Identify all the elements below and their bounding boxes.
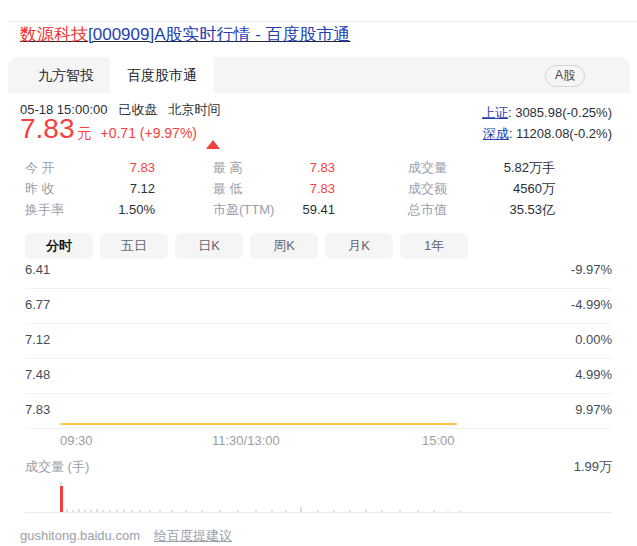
top-divider — [8, 21, 637, 22]
tab-jiufang-zhitou[interactable]: 九方智投 — [22, 57, 110, 93]
stats-column-3: 成交量5.82万手 成交额4560万 总市值35.53亿 — [408, 157, 555, 220]
stat-low: 最 低7.83 — [213, 178, 335, 199]
x-tick-close: 15:00 — [422, 433, 455, 448]
y-tick-price-3: 7.12 — [25, 332, 50, 347]
index-shenzhen-link[interactable]: 深成 — [483, 126, 509, 141]
current-price: 7.83 — [20, 114, 75, 144]
period-tab-intraday[interactable]: 分时 — [25, 233, 93, 259]
tab-baidu-gushitong[interactable]: 百度股市通 — [110, 57, 214, 93]
period-tab-1year[interactable]: 1年 — [400, 233, 468, 259]
price-unit: 元 — [78, 125, 92, 143]
index-quotes: 上证: 3085.98(-0.25%) 深成: 11208.08(-0.2%) — [482, 102, 612, 144]
index-shanghai: 上证: 3085.98(-0.25%) — [482, 102, 612, 123]
y-tick-price-1: 6.41 — [25, 262, 50, 277]
stats-column-1: 今 开7.83 昨 收7.12 换手率1.50% — [25, 157, 155, 220]
volume-axis-label: 成交量 (手) — [25, 458, 89, 476]
index-shenzhen-value: : 11208.08(-0.2%) — [509, 126, 612, 141]
stat-volume: 成交量5.82万手 — [408, 157, 555, 178]
stat-pe-ttm: 市盈(TTM)59.41 — [213, 199, 335, 220]
up-arrow-icon — [206, 123, 220, 139]
feedback-link[interactable]: 给百度提建议 — [154, 528, 232, 543]
price-change: +0.71 (+9.97%) — [101, 125, 198, 141]
intraday-price-line — [60, 423, 457, 425]
market-type-badge[interactable]: A股 — [545, 65, 585, 87]
y-tick-price-2: 6.77 — [25, 297, 50, 312]
period-tab-5day[interactable]: 五日 — [100, 233, 168, 259]
y-tick-pct-4: 4.99% — [575, 367, 612, 382]
price-row: 7.83 元 +0.71 (+9.97%) — [20, 114, 220, 144]
source-domain: gushitong.baidu.com — [20, 528, 140, 543]
gridline-4 — [25, 393, 612, 394]
title-highlighted-term: 数源科技 — [20, 25, 88, 44]
y-tick-price-5: 7.83 — [25, 402, 50, 417]
period-tab-daily-k[interactable]: 日K — [175, 233, 243, 259]
index-shanghai-link[interactable]: 上证 — [482, 105, 508, 120]
y-tick-pct-3: 0.00% — [575, 332, 612, 347]
stat-high: 最 高7.83 — [213, 157, 335, 178]
y-tick-pct-2: -4.99% — [571, 297, 612, 312]
gridline-2 — [25, 323, 612, 324]
gridline-1 — [25, 288, 612, 289]
y-tick-pct-5: 9.97% — [575, 402, 612, 417]
stat-market-cap: 总市值35.53亿 — [408, 199, 555, 220]
stat-prev-close: 昨 收7.12 — [25, 178, 155, 199]
search-result-title-link[interactable]: 数源科技[000909]A股实时行情 - 百度股市通 — [20, 24, 351, 46]
index-shanghai-value: : 3085.98(-0.25%) — [508, 105, 612, 120]
x-tick-open: 09:30 — [60, 433, 93, 448]
gridline-5 — [25, 428, 612, 429]
volume-bars — [25, 478, 612, 513]
y-tick-price-4: 7.48 — [25, 367, 50, 382]
source-tab-strip: 九方智投 百度股市通 A股 — [8, 57, 630, 93]
y-tick-pct-1: -9.97% — [571, 262, 612, 277]
index-shenzhen: 深成: 11208.08(-0.2%) — [482, 123, 612, 144]
chart-period-tabs: 分时 五日 日K 周K 月K 1年 — [25, 233, 468, 259]
gridline-3 — [25, 358, 612, 359]
stock-quote-page: 数源科技[000909]A股实时行情 - 百度股市通 九方智投 百度股市通 A股… — [0, 0, 637, 546]
stat-amount: 成交额4560万 — [408, 178, 555, 199]
title-rest: [000909]A股实时行情 - 百度股市通 — [88, 25, 351, 44]
volume-max-value: 1.99万 — [574, 458, 612, 476]
x-tick-midday: 11:30/13:00 — [212, 433, 280, 448]
stat-open: 今 开7.83 — [25, 157, 155, 178]
period-tab-monthly-k[interactable]: 月K — [325, 233, 393, 259]
stat-turnover-rate: 换手率1.50% — [25, 199, 155, 220]
period-tab-weekly-k[interactable]: 周K — [250, 233, 318, 259]
footer: gushitong.baidu.com给百度提建议 — [20, 527, 232, 545]
stats-column-2: 最 高7.83 最 低7.83 市盈(TTM)59.41 — [213, 157, 335, 220]
